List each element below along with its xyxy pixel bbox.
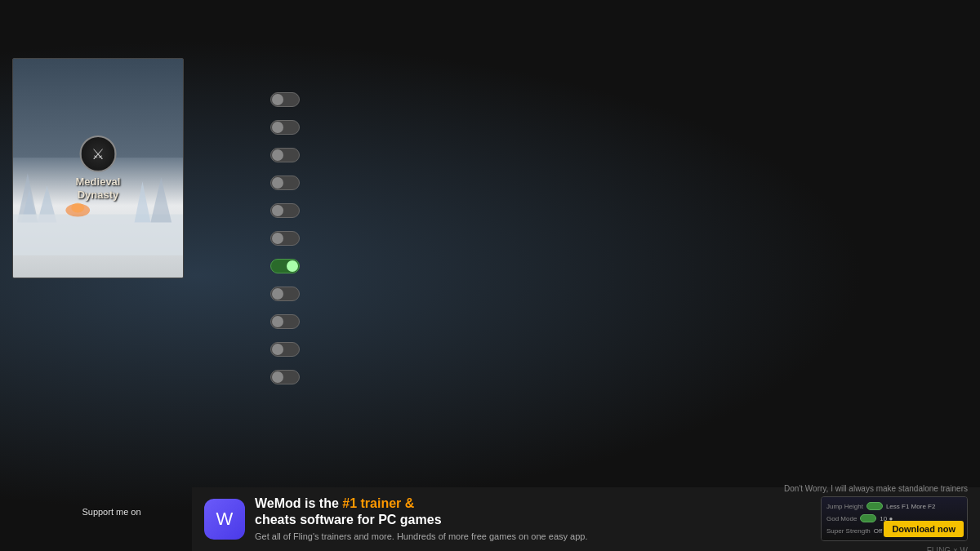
fling-credit: FLING × W (927, 546, 968, 552)
wemod-logo-icon: W (216, 509, 234, 530)
dont-worry-text: Don't Worry, I will always make standalo… (784, 484, 968, 493)
toggle-switch[interactable] (270, 314, 300, 329)
wemod-logo: W (204, 499, 245, 540)
toggle-knob (272, 371, 283, 383)
wemod-content: WeMod is the #1 trainer & cheats softwar… (255, 495, 774, 544)
svg-point-7 (71, 203, 84, 213)
screenshot-toggle-2 (860, 514, 876, 522)
svg-marker-4 (135, 182, 151, 223)
wemod-subtext: Get all of Fling's trainers and more. Hu… (255, 531, 774, 543)
game-cover: ⚔ Medieval Dynasty (12, 58, 184, 278)
wemod-headline-prefix: WeMod is the (255, 496, 342, 510)
cover-logo: ⚔ Medieval Dynasty (76, 136, 121, 201)
toggle-knob (272, 149, 283, 161)
toggle-knob (272, 316, 283, 327)
toggle-switch[interactable] (270, 370, 300, 384)
toggle-switch[interactable] (270, 148, 300, 162)
screenshot-row-1: Jump Height Less F1 More F2 (826, 502, 962, 510)
toggle-knob (272, 233, 283, 244)
toggle-switch[interactable] (270, 176, 300, 190)
wemod-right: Don't Worry, I will always make standalo… (784, 484, 968, 552)
screenshot-toggle-1 (866, 502, 883, 510)
cover-emblem: ⚔ (79, 136, 116, 172)
toggle-knob (272, 94, 283, 105)
toggle-knob (272, 288, 283, 300)
toggle-knob (287, 260, 298, 272)
patreon-support-text: Support me on (82, 506, 140, 518)
toggle-switch[interactable] (270, 342, 300, 357)
wemod-headline-highlight: #1 trainer & (342, 496, 414, 510)
wemod-screenshot: Jump Height Less F1 More F2 God Mode 10 … (821, 496, 968, 541)
wemod-headline: WeMod is the #1 trainer & cheats softwar… (255, 495, 774, 530)
download-now-button[interactable]: Download now (884, 521, 964, 537)
toggle-knob (272, 205, 283, 216)
toggle-knob (272, 122, 283, 133)
toggle-switch[interactable] (270, 120, 300, 135)
toggle-switch[interactable] (270, 231, 300, 246)
app-container: Medieval Dynasty v1.0-v1.5.0.4 Plus 11 T… (0, 0, 980, 551)
toggle-knob (272, 344, 283, 355)
toggle-switch[interactable] (270, 92, 300, 107)
cover-art: ⚔ Medieval Dynasty (13, 59, 183, 278)
wemod-banner: W WeMod is the #1 trainer & cheats softw… (192, 487, 980, 551)
toggle-knob (272, 177, 283, 189)
toggle-switch[interactable] (270, 203, 300, 218)
toggle-switch[interactable] (270, 259, 300, 273)
svg-marker-5 (150, 178, 172, 223)
toggle-switch[interactable] (270, 287, 300, 301)
wemod-headline-suffix: cheats software for PC games (255, 513, 442, 527)
cover-game-title: Medieval Dynasty (76, 176, 121, 201)
